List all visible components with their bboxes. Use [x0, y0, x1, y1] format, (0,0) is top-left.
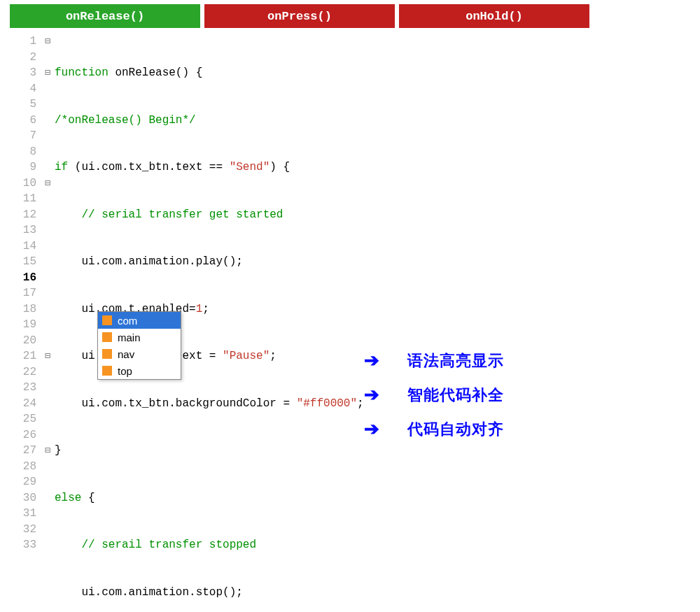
code-text: ui.com.animation.play(); [55, 255, 243, 268]
fold-spacer [41, 191, 55, 207]
fold-toggle-icon[interactable]: ⊟ [41, 176, 55, 192]
fold-toggle-icon[interactable]: ⊟ [41, 348, 55, 364]
line-number: 1 [0, 34, 36, 50]
line-number: 27 [0, 443, 36, 459]
string: "Send" [230, 161, 270, 173]
line-number: 2 [0, 50, 36, 66]
fold-spacer [41, 301, 55, 318]
line-number: 8 [0, 144, 36, 160]
autocomplete-item-com[interactable]: com [98, 312, 181, 329]
string: "#ff0000" [297, 397, 357, 410]
module-icon [102, 366, 112, 376]
keyword: function [55, 66, 108, 79]
fold-spacer [41, 285, 55, 301]
autocomplete-label: main [118, 332, 141, 343]
autocomplete-label: com [118, 315, 137, 327]
code-text: ; [270, 350, 276, 362]
fold-spacer [41, 128, 55, 144]
feature-callouts: ➔ 语法高亮显示 ➔ 智能代码补全 ➔ 代码自动对齐 [364, 350, 504, 453]
line-number: 17 [0, 285, 36, 301]
fold-spacer [41, 506, 55, 522]
fold-spacer [41, 333, 55, 349]
autocomplete-item-top[interactable]: top [98, 362, 181, 379]
arrow-right-icon: ➔ [364, 384, 379, 406]
line-number: 18 [0, 301, 36, 318]
feature-text: 语法高亮显示 [407, 350, 504, 371]
line-number: 12 [0, 207, 36, 223]
line-number: 16 [0, 270, 36, 286]
tab-onrelease[interactable]: onRelease() [10, 4, 200, 28]
fold-spacer [41, 474, 55, 490]
autocomplete-item-main[interactable]: main [98, 329, 181, 346]
code-text: ) { [270, 161, 290, 173]
fold-spacer [41, 522, 55, 538]
line-number: 32 [0, 522, 36, 538]
fold-spacer [41, 222, 55, 239]
keyword: if [55, 161, 68, 173]
line-gutter: 1234567891011121314151617181920212223242… [0, 34, 41, 612]
code-text: onRelease() { [108, 66, 202, 79]
autocomplete-popup[interactable]: com main nav top [97, 311, 181, 380]
tab-bar: onRelease() onPress() onHold() [0, 0, 700, 28]
line-number: 28 [0, 459, 36, 475]
fold-toggle-icon[interactable]: ⊟ [41, 65, 55, 81]
line-number: 6 [0, 113, 36, 129]
module-icon [102, 332, 112, 342]
line-number: 4 [0, 81, 36, 97]
line-number: 31 [0, 506, 36, 522]
fold-spacer [41, 270, 55, 286]
comment: /*onRelease() Begin*/ [55, 114, 196, 127]
fold-spacer [41, 97, 55, 113]
arrow-right-icon: ➔ [364, 418, 379, 440]
code-text: ; [202, 303, 209, 315]
autocomplete-label: nav [118, 348, 134, 360]
code-text: ; [357, 397, 364, 410]
line-number: 11 [0, 191, 36, 207]
line-number: 19 [0, 317, 36, 333]
fold-toggle-icon[interactable]: ⊟ [41, 443, 55, 459]
fold-gutter: ⊟⊟⊟⊟⊟ [41, 34, 55, 612]
line-number: 15 [0, 254, 36, 270]
fold-spacer [41, 317, 55, 333]
line-number: 9 [0, 159, 36, 176]
comment: // serial transfer get started [55, 208, 283, 221]
line-number: 13 [0, 222, 36, 239]
fold-spacer [41, 364, 55, 380]
fold-spacer [41, 50, 55, 66]
number: 1 [196, 303, 203, 315]
tab-onhold[interactable]: onHold() [399, 4, 589, 28]
code-text: { [81, 492, 94, 504]
autocomplete-label: top [118, 365, 132, 377]
fold-spacer [41, 254, 55, 270]
fold-spacer [41, 144, 55, 160]
line-number: 21 [0, 348, 36, 364]
fold-spacer [41, 459, 55, 475]
autocomplete-item-nav[interactable]: nav [98, 346, 181, 362]
fold-spacer [41, 537, 55, 553]
comment: // serail transfer stopped [55, 539, 256, 551]
fold-spacer [41, 113, 55, 129]
code-text: } [55, 444, 62, 457]
fold-toggle-icon[interactable]: ⊟ [41, 34, 55, 50]
fold-spacer [41, 427, 55, 443]
fold-spacer [41, 81, 55, 97]
fold-spacer [41, 207, 55, 223]
line-number: 20 [0, 333, 36, 349]
fold-spacer [41, 396, 55, 412]
feature-text: 代码自动对齐 [407, 419, 504, 440]
module-icon [102, 315, 112, 325]
line-number: 33 [0, 537, 36, 553]
line-number: 14 [0, 239, 36, 255]
line-number: 30 [0, 490, 36, 506]
line-number: 3 [0, 65, 36, 81]
tab-onpress[interactable]: onPress() [204, 4, 395, 28]
line-number: 29 [0, 474, 36, 490]
line-number: 5 [0, 97, 36, 113]
fold-spacer [41, 159, 55, 176]
module-icon [102, 349, 112, 359]
line-number: 24 [0, 396, 36, 412]
line-number: 25 [0, 411, 36, 427]
feature-syntax-highlight: ➔ 语法高亮显示 [364, 350, 504, 371]
code-text: ui.com.animation.stop(); [55, 586, 243, 599]
code-text: ui.com.tx_btn.backgroundColor = [55, 397, 297, 410]
